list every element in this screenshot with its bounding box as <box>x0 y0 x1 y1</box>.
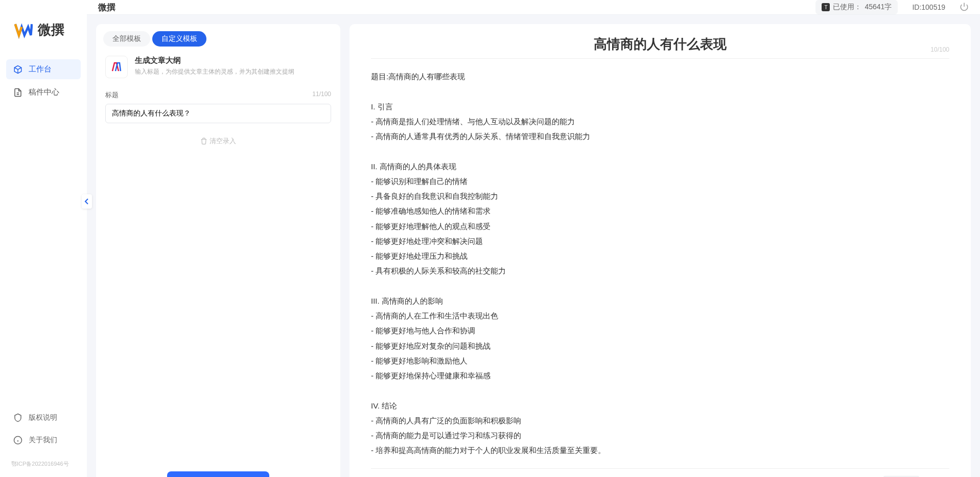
icp-text: 鄂ICP备2022016946号 <box>0 457 87 468</box>
generate-button[interactable]: 生成内容 <box>167 471 269 478</box>
input-panel-footer: 生成内容 <box>96 464 340 478</box>
collapse-sidebar-button[interactable] <box>82 194 92 209</box>
chevron-left-icon <box>84 198 89 205</box>
nav-label: 稿件中心 <box>29 87 59 97</box>
nav-label: 工作台 <box>29 64 52 74</box>
result-title: 高情商的人有什么表现 <box>594 35 727 53</box>
nav-label: 版权说明 <box>29 413 57 422</box>
app-logo: 微撰 <box>0 9 87 54</box>
field-label: 标题 <box>105 90 119 100</box>
page-title: 微撰 <box>98 2 115 13</box>
usage-value: 45641字 <box>865 3 892 12</box>
content: 全部模板 自定义模板 生成文章大纲 输入标题，为你提供文章主体的灵感，并为其创建… <box>87 15 980 477</box>
input-panel: 全部模板 自定义模板 生成文章大纲 输入标题，为你提供文章主体的灵感，并为其创建… <box>96 24 340 477</box>
usage-indicator[interactable]: T 已使用： 45641字 <box>815 0 898 14</box>
sidebar-footer: 版权说明 关于我们 <box>0 404 87 457</box>
shield-icon <box>13 413 22 422</box>
nav-workbench[interactable]: 工作台 <box>6 59 81 79</box>
clear-input-button[interactable]: 清空录入 <box>96 130 340 152</box>
result-footer: 复制 404字 <box>371 468 949 478</box>
field-char-count: 11/100 <box>312 90 331 100</box>
cube-icon <box>13 65 22 74</box>
doc-icon <box>13 88 22 97</box>
template-meta: 生成文章大纲 输入标题，为你提供文章主体的灵感，并为其创建推文提纲 <box>135 56 294 76</box>
result-body[interactable]: 题目:高情商的人有哪些表现 I. 引言 - 高情商是指人们处理情绪、与他人互动以… <box>349 59 971 468</box>
template-title: 生成文章大纲 <box>135 56 294 65</box>
info-icon <box>13 436 22 445</box>
nav-label: 关于我们 <box>29 436 57 445</box>
nav-copyright[interactable]: 版权说明 <box>6 408 81 427</box>
template-description: 输入标题，为你提供文章主体的灵感，并为其创建推文提纲 <box>135 67 294 76</box>
tab-custom-templates[interactable]: 自定义模板 <box>152 31 206 47</box>
usage-prefix: 已使用： <box>833 3 861 12</box>
template-tabs: 全部模板 自定义模板 <box>96 24 340 47</box>
tab-all-templates[interactable]: 全部模板 <box>103 31 150 47</box>
nav-drafts[interactable]: 稿件中心 <box>6 82 81 102</box>
text-badge-icon: T <box>822 3 830 11</box>
user-id: ID:100519 <box>912 3 945 11</box>
topbar-right: T 已使用： 45641字 ID:100519 <box>815 0 969 14</box>
main-nav: 工作台 稿件中心 <box>0 54 87 404</box>
clear-label: 清空录入 <box>209 137 236 146</box>
logo-text: 微撰 <box>38 21 64 39</box>
main-area: 微撰 T 已使用： 45641字 ID:100519 全部模板 <box>87 0 980 477</box>
title-field-block: 标题 11/100 <box>96 83 340 130</box>
template-card: 生成文章大纲 输入标题，为你提供文章主体的灵感，并为其创建推文提纲 <box>96 47 340 83</box>
sidebar: 微撰 工作台 稿件中心 版权说明 关于我们 鄂ICP备2022016946号 <box>0 0 87 477</box>
title-input[interactable] <box>105 104 331 123</box>
eraser-icon <box>200 138 207 145</box>
power-icon[interactable] <box>960 2 969 13</box>
output-panel: 高情商的人有什么表现 10/100 题目:高情商的人有哪些表现 I. 引言 - … <box>349 24 971 477</box>
result-title-count: 10/100 <box>930 46 949 53</box>
nav-about[interactable]: 关于我们 <box>6 430 81 450</box>
result-header: 高情商的人有什么表现 10/100 <box>349 24 971 58</box>
field-header: 标题 11/100 <box>105 90 331 100</box>
template-icon <box>105 56 128 78</box>
topbar: 微撰 T 已使用： 45641字 ID:100519 <box>87 0 980 15</box>
logo-icon <box>14 20 33 39</box>
